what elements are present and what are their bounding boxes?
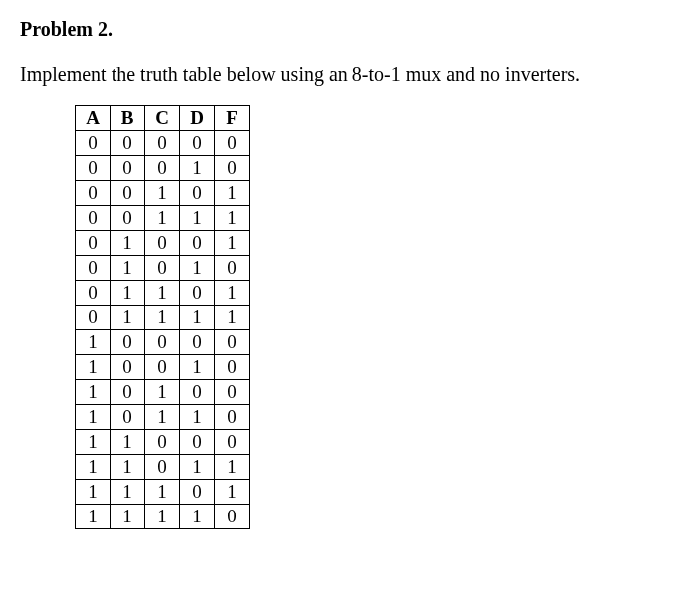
cell: 1 bbox=[111, 505, 145, 529]
cell: 1 bbox=[215, 231, 250, 256]
cell: 0 bbox=[145, 330, 180, 355]
cell: 1 bbox=[111, 256, 145, 281]
cell: 0 bbox=[111, 355, 145, 380]
table-row: 0 0 1 0 1 bbox=[76, 181, 250, 206]
cell: 1 bbox=[145, 181, 180, 206]
cell: 1 bbox=[111, 430, 145, 455]
cell: 0 bbox=[145, 256, 180, 281]
cell: 1 bbox=[215, 206, 250, 231]
col-header-D: D bbox=[180, 106, 215, 131]
problem-title: Problem 2. bbox=[20, 18, 675, 41]
table-row: 0 1 0 0 1 bbox=[76, 231, 250, 256]
table-row: 1 0 0 1 0 bbox=[76, 355, 250, 380]
table-row: 1 0 0 0 0 bbox=[76, 330, 250, 355]
cell: 0 bbox=[215, 256, 250, 281]
cell: 0 bbox=[111, 206, 145, 231]
cell: 1 bbox=[215, 181, 250, 206]
cell: 0 bbox=[145, 455, 180, 480]
cell: 0 bbox=[76, 181, 111, 206]
cell: 0 bbox=[215, 156, 250, 181]
cell: 1 bbox=[76, 380, 111, 405]
cell: 0 bbox=[145, 131, 180, 156]
table-row: 0 1 1 1 1 bbox=[76, 306, 250, 330]
cell: 0 bbox=[180, 231, 215, 256]
cell: 0 bbox=[111, 131, 145, 156]
cell: 1 bbox=[111, 281, 145, 306]
table-row: 0 0 0 1 0 bbox=[76, 156, 250, 181]
cell: 1 bbox=[76, 405, 111, 430]
col-header-F: F bbox=[215, 106, 250, 131]
cell: 0 bbox=[215, 131, 250, 156]
cell: 1 bbox=[111, 231, 145, 256]
cell: 1 bbox=[111, 455, 145, 480]
problem-statement: Implement the truth table below using an… bbox=[20, 63, 675, 86]
truth-table: A B C D F 0 0 0 0 0 0 0 0 1 0 0 0 1 0 1 bbox=[75, 105, 250, 529]
cell: 0 bbox=[76, 281, 111, 306]
table-header-row: A B C D F bbox=[76, 106, 250, 131]
cell: 1 bbox=[76, 480, 111, 505]
table-row: 0 0 1 1 1 bbox=[76, 206, 250, 231]
cell: 0 bbox=[180, 330, 215, 355]
cell: 0 bbox=[145, 231, 180, 256]
cell: 0 bbox=[145, 156, 180, 181]
cell: 0 bbox=[215, 330, 250, 355]
cell: 1 bbox=[76, 455, 111, 480]
cell: 0 bbox=[76, 131, 111, 156]
cell: 0 bbox=[180, 281, 215, 306]
cell: 1 bbox=[76, 355, 111, 380]
cell: 0 bbox=[180, 131, 215, 156]
table-row: 0 0 0 0 0 bbox=[76, 131, 250, 156]
cell: 1 bbox=[180, 206, 215, 231]
cell: 0 bbox=[215, 380, 250, 405]
cell: 0 bbox=[180, 181, 215, 206]
cell: 1 bbox=[145, 206, 180, 231]
cell: 0 bbox=[145, 355, 180, 380]
cell: 0 bbox=[180, 430, 215, 455]
cell: 0 bbox=[215, 355, 250, 380]
table-row: 1 0 1 0 0 bbox=[76, 380, 250, 405]
cell: 1 bbox=[180, 455, 215, 480]
cell: 1 bbox=[215, 480, 250, 505]
cell: 0 bbox=[76, 256, 111, 281]
cell: 1 bbox=[215, 281, 250, 306]
cell: 0 bbox=[145, 430, 180, 455]
cell: 1 bbox=[215, 455, 250, 480]
cell: 1 bbox=[180, 405, 215, 430]
cell: 0 bbox=[215, 430, 250, 455]
table-row: 1 1 1 0 1 bbox=[76, 480, 250, 505]
table-row: 1 1 0 0 0 bbox=[76, 430, 250, 455]
cell: 1 bbox=[145, 405, 180, 430]
cell: 0 bbox=[180, 480, 215, 505]
cell: 0 bbox=[180, 380, 215, 405]
cell: 1 bbox=[180, 256, 215, 281]
cell: 1 bbox=[180, 355, 215, 380]
cell: 1 bbox=[145, 480, 180, 505]
cell: 0 bbox=[111, 156, 145, 181]
cell: 0 bbox=[111, 181, 145, 206]
table-row: 0 1 1 0 1 bbox=[76, 281, 250, 306]
cell: 0 bbox=[111, 405, 145, 430]
cell: 0 bbox=[215, 505, 250, 529]
cell: 0 bbox=[76, 206, 111, 231]
table-row: 1 1 0 1 1 bbox=[76, 455, 250, 480]
table-row: 1 0 1 1 0 bbox=[76, 405, 250, 430]
cell: 1 bbox=[111, 480, 145, 505]
cell: 0 bbox=[76, 156, 111, 181]
cell: 1 bbox=[111, 306, 145, 330]
cell: 0 bbox=[215, 405, 250, 430]
cell: 0 bbox=[111, 330, 145, 355]
col-header-A: A bbox=[76, 106, 111, 131]
cell: 1 bbox=[76, 505, 111, 529]
table-row: 0 1 0 1 0 bbox=[76, 256, 250, 281]
cell: 1 bbox=[76, 330, 111, 355]
cell: 1 bbox=[215, 306, 250, 330]
table-row: 1 1 1 1 0 bbox=[76, 505, 250, 529]
cell: 0 bbox=[76, 306, 111, 330]
cell: 0 bbox=[111, 380, 145, 405]
col-header-B: B bbox=[111, 106, 145, 131]
cell: 1 bbox=[145, 505, 180, 529]
cell: 1 bbox=[145, 380, 180, 405]
table-body: 0 0 0 0 0 0 0 0 1 0 0 0 1 0 1 0 0 1 1 1 bbox=[76, 131, 250, 529]
col-header-C: C bbox=[145, 106, 180, 131]
cell: 1 bbox=[76, 430, 111, 455]
